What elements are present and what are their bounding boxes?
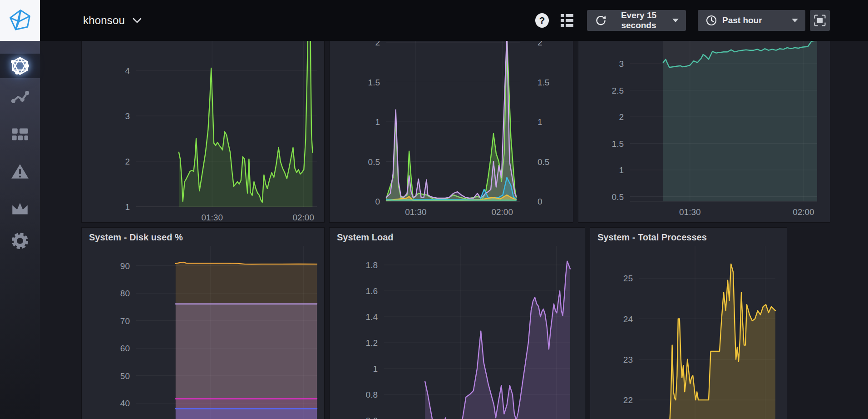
sidebar-item-home[interactable] (0, 54, 40, 78)
time-range-button[interactable]: Past hour (698, 10, 805, 31)
app-logo[interactable] (0, 0, 40, 41)
svg-text:60: 60 (120, 344, 130, 353)
svg-text:1.4: 1.4 (366, 312, 378, 322)
svg-text:3: 3 (619, 59, 624, 69)
fullscreen-icon (813, 14, 827, 27)
panel-title[interactable]: System - Total Processes (590, 228, 787, 246)
panel-timeseries-1: 123401:3002:00 (82, 41, 324, 222)
svg-text:2: 2 (125, 157, 130, 166)
panel-title[interactable]: System - Disk used % (82, 228, 324, 246)
timeseries-chart[interactable]: 0.60.811.21.41.61.8 (330, 246, 585, 419)
svg-text:2.5: 2.5 (612, 86, 624, 95)
svg-text:0.6: 0.6 (366, 416, 378, 419)
dashboard-grid: 123401:3002:00 000.50.5111.51.52201:3002… (40, 41, 868, 419)
svg-text:2: 2 (619, 112, 624, 122)
panel-total-processes: System - Total Processes 22232425 (590, 228, 787, 419)
svg-text:1.5: 1.5 (612, 139, 624, 149)
gear-icon (10, 230, 30, 251)
svg-text:1: 1 (619, 165, 624, 175)
caret-down-icon (672, 19, 679, 22)
alert-triangle-icon (10, 162, 30, 182)
refresh-interval-button[interactable]: Every 15 seconds (587, 10, 686, 31)
svg-text:3: 3 (125, 111, 130, 121)
grid-icon (10, 124, 30, 144)
svg-text:50: 50 (120, 371, 130, 381)
svg-text:70: 70 (120, 316, 130, 326)
crown-icon (10, 198, 30, 218)
svg-text:02:00: 02:00 (292, 213, 314, 222)
panel-title[interactable]: System Load (330, 228, 585, 246)
panel-disk-used: System - Disk used % 405060708090 (82, 228, 324, 419)
svg-text:1.2: 1.2 (366, 338, 378, 348)
svg-text:0.5: 0.5 (612, 192, 624, 202)
svg-text:0.5: 0.5 (538, 157, 549, 167)
help-label: ? (539, 15, 545, 26)
timeseries-chart[interactable]: 22232425 (590, 246, 787, 419)
metrics-icon (10, 87, 30, 107)
svg-text:40: 40 (120, 399, 130, 408)
svg-text:1.5: 1.5 (538, 78, 549, 87)
panel-timeseries-3: 0.511.522.533.501:3002:00 (578, 41, 830, 222)
svg-text:23: 23 (623, 355, 633, 364)
panel-list-icon[interactable] (561, 14, 573, 27)
svg-text:2: 2 (538, 41, 542, 47)
svg-text:1.6: 1.6 (366, 286, 378, 296)
help-button[interactable]: ? (535, 13, 549, 28)
svg-text:0.8: 0.8 (366, 390, 378, 399)
sidebar-nav (0, 41, 40, 419)
caret-down-icon (792, 19, 798, 22)
svg-text:01:30: 01:30 (405, 207, 427, 217)
sidebar-item-metrics[interactable] (0, 87, 40, 107)
svg-text:1.5: 1.5 (368, 78, 380, 87)
timeseries-chart[interactable]: 405060708090 (82, 246, 324, 419)
svg-text:01:30: 01:30 (201, 213, 223, 222)
timeseries-chart[interactable]: 0.511.522.533.501:3002:00 (578, 41, 830, 222)
svg-text:0: 0 (538, 197, 542, 206)
svg-text:22: 22 (623, 395, 633, 405)
timeseries-chart[interactable]: 000.50.5111.51.52201:3002:00 (330, 41, 573, 222)
sidebar-item-alerts[interactable] (0, 162, 40, 182)
svg-text:01:30: 01:30 (679, 207, 701, 217)
svg-text:1: 1 (373, 364, 378, 374)
svg-text:02:00: 02:00 (793, 207, 814, 217)
top-navbar: khonsou ? Every 15 seconds (0, 0, 868, 41)
dashboard-title-dropdown[interactable]: khonsou (83, 14, 142, 27)
svg-text:90: 90 (120, 261, 130, 271)
svg-text:1: 1 (375, 117, 380, 127)
sidebar-item-settings[interactable] (0, 230, 40, 252)
svg-text:2: 2 (375, 41, 380, 47)
svg-text:80: 80 (120, 289, 130, 298)
refresh-interval-label: Every 15 seconds (612, 10, 666, 30)
polyhedron-network-icon (10, 55, 30, 76)
chevron-down-icon (132, 17, 142, 24)
clock-icon (705, 14, 718, 27)
polyhedron-logo-icon (8, 9, 32, 32)
svg-text:24: 24 (623, 314, 633, 324)
svg-text:02:00: 02:00 (491, 207, 513, 217)
sidebar-item-premium[interactable] (0, 198, 40, 218)
svg-text:25: 25 (623, 274, 633, 283)
timeseries-chart[interactable]: 123401:3002:00 (82, 41, 324, 222)
svg-text:4: 4 (125, 66, 130, 75)
svg-text:1.8: 1.8 (366, 260, 378, 270)
svg-text:0: 0 (375, 197, 380, 206)
panel-timeseries-2: 000.50.5111.51.52201:3002:00 (330, 41, 573, 222)
panel-system-load: System Load 0.60.811.21.41.61.8 (330, 228, 585, 419)
topbar-controls: ? Every 15 seconds Pas (535, 10, 830, 31)
svg-text:0.5: 0.5 (368, 157, 380, 167)
sidebar-item-dashboards[interactable] (0, 124, 40, 144)
refresh-icon (594, 14, 607, 27)
svg-text:3.5: 3.5 (612, 41, 624, 42)
time-range-label: Past hour (722, 15, 762, 25)
svg-text:1: 1 (125, 202, 130, 212)
dashboard-title: khonsou (83, 14, 125, 27)
svg-text:1: 1 (538, 117, 542, 127)
kiosk-mode-button[interactable] (810, 10, 830, 31)
